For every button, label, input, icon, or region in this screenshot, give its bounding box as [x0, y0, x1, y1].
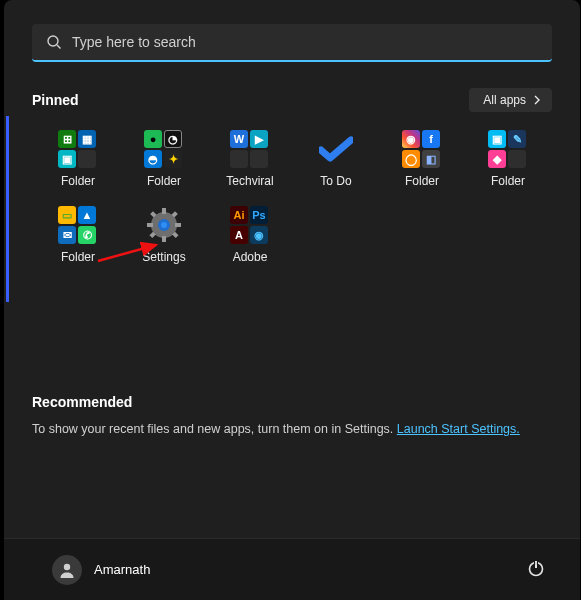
tile-label: To Do: [320, 174, 351, 188]
svg-rect-6: [175, 223, 181, 227]
tile-label: Folder: [61, 250, 95, 264]
pinned-app-todo[interactable]: To Do: [294, 130, 378, 188]
window-accent-edge: [6, 116, 9, 302]
recommended-message: To show your recent files and new apps, …: [32, 422, 397, 436]
search-icon: [46, 34, 62, 50]
recommended-text: To show your recent files and new apps, …: [32, 422, 552, 436]
svg-rect-3: [162, 208, 166, 214]
folder-icon: ⊞ ▦ ▣: [58, 130, 98, 168]
folder-icon: ◉ f ◯ ◧: [402, 130, 442, 168]
pinned-grid: ⊞ ▦ ▣ Folder ● ◔ ◓ ✦ Folder W ▶ Te: [36, 130, 580, 264]
tile-label: Techviral: [226, 174, 273, 188]
pinned-folder-4[interactable]: ▣ ✎ ◆ Folder: [466, 130, 550, 188]
svg-point-12: [161, 222, 167, 228]
tile-label: Settings: [142, 250, 185, 264]
folder-icon: ● ◔ ◓ ✦: [144, 130, 184, 168]
tile-label: Folder: [61, 174, 95, 188]
user-account-button[interactable]: Amarnath: [52, 555, 150, 585]
pinned-title: Pinned: [32, 92, 79, 108]
pinned-app-settings[interactable]: Settings: [122, 206, 206, 264]
tile-label: Folder: [147, 174, 181, 188]
search-placeholder: Type here to search: [72, 34, 196, 50]
user-name: Amarnath: [94, 562, 150, 577]
folder-icon: Ai Ps A ◉: [230, 206, 270, 244]
svg-point-13: [64, 563, 70, 569]
start-footer: Amarnath: [4, 538, 580, 600]
svg-line-1: [57, 45, 61, 49]
tile-label: Folder: [405, 174, 439, 188]
folder-icon: ▭ ▲ ✉ ✆: [58, 206, 98, 244]
pinned-folder-adobe[interactable]: Ai Ps A ◉ Adobe: [208, 206, 292, 264]
settings-icon: [144, 206, 184, 244]
svg-rect-5: [147, 223, 153, 227]
all-apps-button[interactable]: All apps: [469, 88, 552, 112]
pinned-folder-1[interactable]: ⊞ ▦ ▣ Folder: [36, 130, 120, 188]
folder-icon: W ▶: [230, 130, 270, 168]
power-icon: [526, 558, 546, 578]
svg-rect-4: [162, 236, 166, 242]
tile-label: Folder: [491, 174, 525, 188]
todo-icon: [316, 130, 356, 168]
svg-point-0: [48, 36, 58, 46]
all-apps-label: All apps: [483, 93, 526, 107]
folder-icon: ▣ ✎ ◆: [488, 130, 528, 168]
pinned-folder-5[interactable]: ▭ ▲ ✉ ✆ Folder: [36, 206, 120, 264]
avatar-icon: [52, 555, 82, 585]
pinned-header: Pinned All apps: [32, 88, 552, 112]
chevron-right-icon: [532, 95, 542, 105]
pinned-folder-2[interactable]: ● ◔ ◓ ✦ Folder: [122, 130, 206, 188]
tile-label: Adobe: [233, 250, 268, 264]
pinned-folder-3[interactable]: ◉ f ◯ ◧ Folder: [380, 130, 464, 188]
recommended-section: Recommended To show your recent files an…: [32, 394, 552, 436]
recommended-title: Recommended: [32, 394, 552, 410]
start-menu: Type here to search Pinned All apps ⊞ ▦ …: [4, 0, 580, 600]
search-box[interactable]: Type here to search: [32, 24, 552, 62]
launch-start-settings-link[interactable]: Launch Start Settings.: [397, 422, 520, 436]
power-button[interactable]: [526, 558, 546, 582]
pinned-app-techviral[interactable]: W ▶ Techviral: [208, 130, 292, 188]
